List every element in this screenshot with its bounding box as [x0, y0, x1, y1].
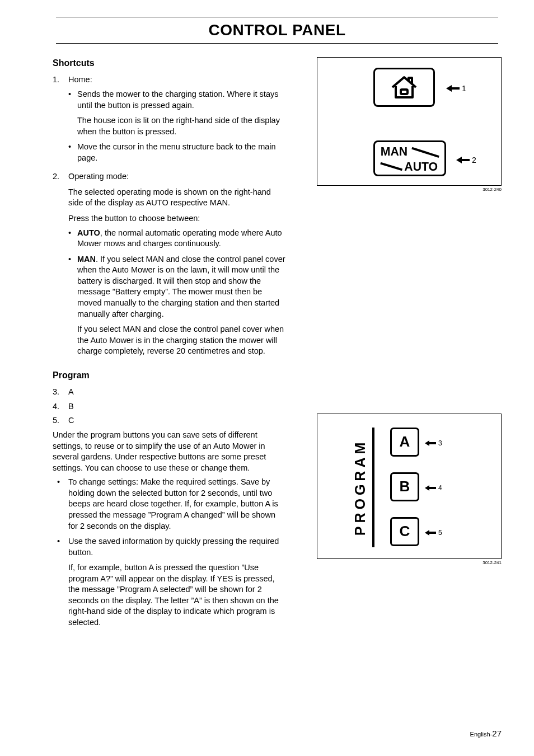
bullet-item: AUTO, the normal automatic operating mod…	[68, 228, 285, 250]
callout-number: 5	[438, 528, 442, 537]
program-label-vertical: PROGRAM	[351, 428, 370, 547]
list-item: 4. B	[53, 401, 285, 412]
bullet-text: Sends the mower to the charging station.…	[77, 90, 278, 110]
letter: B	[400, 477, 410, 496]
list-item: 2. Operating mode: The selected operatin…	[53, 171, 285, 361]
bullet-after: If you select MAN and close the control …	[77, 324, 285, 357]
man-text: MAN	[381, 145, 407, 158]
page: CONTROL PANEL Shortcuts 1. Home: Sends t…	[0, 0, 534, 756]
letter: C	[400, 522, 410, 541]
arrow-left-icon	[425, 530, 436, 536]
divider-line	[372, 428, 374, 547]
figure-code: 3012-240	[317, 187, 502, 193]
arrow-left-icon	[446, 85, 460, 92]
arrow-left-icon	[456, 157, 470, 163]
program-a-button: A	[390, 428, 419, 457]
list-item: 3. A	[53, 387, 285, 398]
letter: A	[400, 432, 410, 452]
callout-number: 3	[438, 439, 442, 448]
list-number: 1.	[53, 74, 68, 168]
callout-4: 4	[425, 483, 442, 492]
auto-text: AUTO	[404, 160, 438, 173]
man-auto-button-frame: MAN AUTO	[373, 140, 446, 176]
bullet-item: MAN. If you select MAN and close the con…	[68, 254, 285, 357]
list-body: Operating mode: The selected operating m…	[68, 171, 285, 361]
page-title: CONTROL PANEL	[53, 20, 502, 41]
figure-code: 3012-241	[317, 560, 502, 566]
footer-lang: English-	[470, 731, 493, 738]
para: Press the button to choose between:	[68, 213, 285, 224]
bullet-text: Use the saved information by quickly pre…	[68, 537, 279, 557]
bullet-list: Sends the mower to the charging station.…	[68, 89, 285, 163]
bullet-text: To change settings: Make the required se…	[68, 477, 278, 530]
list-body: Home: Sends the mower to the charging st…	[68, 74, 285, 168]
figure-program: PROGRAM A 3 B 4 C 5	[317, 414, 502, 559]
figure-shortcuts: 1 MAN AUTO 2	[317, 57, 502, 186]
program-bullets: To change settings: Make the required se…	[53, 477, 285, 628]
heading-program: Program	[53, 369, 285, 382]
columns: Shortcuts 1. Home: Sends the mower to th…	[53, 57, 502, 633]
list-number: 4.	[53, 401, 68, 412]
program-b-button: B	[390, 472, 419, 501]
bullet-item: To change settings: Make the required se…	[53, 477, 285, 532]
bullet-item: Use the saved information by quickly pre…	[53, 536, 285, 628]
callout-5: 5	[425, 528, 442, 537]
bullet-text: Move the cursor in the menu structure ba…	[77, 142, 276, 162]
bullet-item: Sends the mower to the charging station.…	[68, 89, 285, 137]
callout-2: 2	[456, 155, 476, 166]
bullet-item: Move the cursor in the menu structure ba…	[68, 142, 285, 163]
label: C	[68, 415, 74, 426]
program-c-button: C	[390, 517, 419, 546]
right-column: 1 MAN AUTO 2 3012-240	[300, 57, 502, 633]
home-icon	[389, 75, 419, 100]
program-list: 3. A 4. B 5. C	[53, 387, 285, 426]
bullet-list: AUTO, the normal automatic operating mod…	[68, 228, 285, 357]
svg-rect-3	[372, 428, 374, 547]
list-number: 3.	[53, 387, 68, 398]
svg-line-2	[381, 163, 402, 170]
bullet-after: The house icon is lit on the right-hand …	[77, 115, 285, 137]
label: Operating mode:	[68, 172, 129, 181]
label: Home:	[68, 75, 92, 84]
svg-rect-0	[401, 90, 407, 94]
footer: English-27	[470, 728, 502, 739]
list-number: 5.	[53, 415, 68, 426]
list-number: 2.	[53, 171, 68, 361]
label: B	[68, 401, 74, 412]
text: . If you select MAN and close the contro…	[77, 255, 285, 318]
arrow-left-icon	[425, 440, 436, 446]
callout-1: 1	[446, 83, 466, 94]
label: A	[68, 387, 74, 398]
callout-number: 1	[462, 83, 466, 94]
home-button-frame	[373, 68, 435, 107]
man-auto-icon: MAN AUTO	[377, 143, 442, 173]
callout-3: 3	[425, 439, 442, 448]
bullet-after: If, for example, button A is pressed the…	[68, 562, 285, 628]
left-column: Shortcuts 1. Home: Sends the mower to th…	[53, 57, 285, 633]
rule-top	[56, 17, 498, 17]
heading-shortcuts: Shortcuts	[53, 57, 285, 69]
list-item: 1. Home: Sends the mower to the charging…	[53, 74, 285, 168]
arrow-left-icon	[425, 485, 436, 491]
shortcuts-list: 1. Home: Sends the mower to the charging…	[53, 74, 285, 361]
bold: MAN	[77, 255, 96, 264]
footer-page: 27	[492, 729, 502, 738]
text: , the normal automatic operating mode wh…	[77, 228, 282, 248]
list-item: 5. C	[53, 415, 285, 426]
callout-number: 2	[472, 155, 476, 166]
bold: AUTO	[77, 228, 100, 237]
svg-line-1	[412, 148, 439, 156]
callout-number: 4	[438, 483, 442, 492]
program-intro: Under the program buttons you can save s…	[53, 430, 285, 473]
para: The selected operating mode is shown on …	[68, 187, 285, 209]
rule-bottom	[56, 43, 498, 44]
